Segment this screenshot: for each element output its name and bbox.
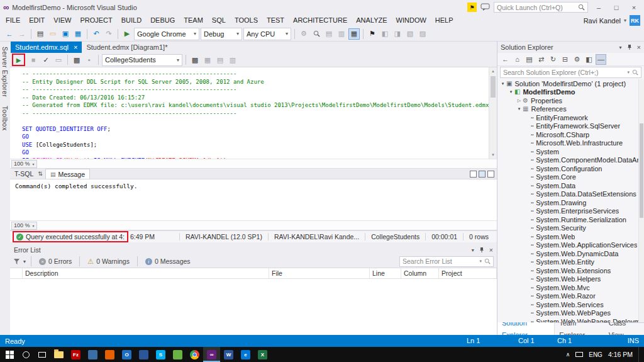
attach-to-process-icon[interactable]: ⚙ [298,28,309,40]
feedback-icon[interactable] [480,3,490,11]
show-desktop-button[interactable] [638,347,641,362]
tree-item-system-web-applicationservices[interactable]: ▪▪System.Web.ApplicationServices [497,241,644,250]
expanded-arrow-icon[interactable]: ▾ [516,106,523,111]
pane-layout-1-icon[interactable] [470,171,477,178]
pane-layout-3-icon[interactable] [487,171,494,178]
save-all-icon[interactable]: ▦ [72,28,84,40]
side-tab-toolbox[interactable]: Toolbox [1,106,9,131]
signed-in-user[interactable]: Ravi Kandel [584,17,621,25]
doc-tab[interactable]: Student.edmx [Diagram1]* [82,42,172,53]
tree-item-entityframework-sqlserver[interactable]: ▪▪EntityFramework.SqlServer [497,122,644,131]
start-button[interactable] [1,347,18,362]
menu-help[interactable]: HELP [431,14,458,26]
preview-selected-icon[interactable]: ◧ [584,54,594,65]
solution-explorer-toggle-icon[interactable]: ▦ [348,28,360,40]
bookmark-icon[interactable]: ⚑ [367,28,378,40]
user-menu-caret-icon[interactable]: ▾ [624,18,626,23]
parse-script-icon[interactable]: ✓ [40,54,52,65]
clock[interactable]: 4:16 PM [608,351,633,358]
taskbar-excel-icon[interactable]: X [254,347,271,362]
zoom-select[interactable]: 100 % ▾ [11,160,37,168]
maximize-button[interactable]: □ [609,2,623,13]
pin-icon[interactable] [626,44,633,50]
database-select[interactable]: CollegeStudents ▾ [102,54,182,66]
tray-expand-icon[interactable]: ∧ [566,351,570,358]
tree-item-system-web-services[interactable]: ▪▪System.Web.Services [497,300,644,309]
scrollbar-thumb[interactable] [491,76,496,98]
menu-sql[interactable]: SQL [208,14,230,26]
language-indicator[interactable]: ENG [589,351,602,358]
tree-item-system-data-datasetextensions[interactable]: ▪▪System.Data.DataSetExtensions [497,190,644,199]
menu-test[interactable]: TEST [262,14,289,26]
error-list-body[interactable] [10,279,497,335]
browser-select[interactable]: Google Chrome ▾ [134,28,199,40]
open-file-icon[interactable]: ▭ [47,28,58,40]
error-list-search-input[interactable]: Search Error List ▾ [399,256,494,267]
touch-keyboard-icon[interactable] [575,352,583,357]
column-header-column[interactable]: Column [401,268,439,278]
tree-item-system-web-mvc[interactable]: ▪▪System.Web.Mvc [497,283,644,292]
doc-tab[interactable]: Student.edmx.sql× [11,42,82,53]
column-header-file[interactable]: File [269,268,370,278]
tree-item-system-componentmodel-dataannotations[interactable]: ▪▪System.ComponentModel.DataAnnotations [497,156,644,165]
show-all-files-icon[interactable]: ▤ [524,54,535,65]
warnings-filter-button[interactable]: ⚠ 0 Warnings [85,257,132,265]
tree-item-system-enterpriseservices[interactable]: ▪▪System.EnterpriseServices [497,207,644,216]
menu-analyze[interactable]: ANALYZE [352,14,391,26]
tree-item-microsoft-web-infrastructure[interactable]: ▪▪Microsoft.Web.Infrastructure [497,139,644,148]
menu-file[interactable]: FILE [1,14,25,26]
collapse-all-icon[interactable]: ⊟ [560,54,570,65]
quick-launch-input[interactable]: Quick Launch (Ctrl+Q) [494,2,588,13]
outdent-icon[interactable]: ◨ [392,28,403,40]
sort-icon[interactable]: ⇅ [38,171,43,177]
connect-database-icon[interactable]: ▩ [71,54,82,65]
results-text-icon[interactable]: ▤ [214,54,226,65]
save-icon[interactable]: ▣ [60,28,71,40]
tree-item-system-web-webpages[interactable]: ▪▪System.Web.WebPages [497,309,644,318]
taskbar-filezilla-icon[interactable]: Fz [67,347,84,362]
window-position-icon[interactable]: ▾ [472,247,474,253]
scrollbar-thumb[interactable] [640,123,643,218]
errors-filter-button[interactable]: × 0 Errors [36,257,74,265]
taskbar-chrome-icon[interactable] [186,347,203,362]
output-window-icon[interactable]: ▤ [323,28,335,40]
pane-layout-2-icon[interactable] [479,171,486,178]
menu-window[interactable]: WINDOW [392,14,431,26]
tree-item-system-security[interactable]: ▪▪System.Security [497,224,644,233]
taskbar-skype-icon[interactable]: S [152,347,169,362]
menu-edit[interactable]: EDIT [25,14,49,26]
expanded-arrow-icon[interactable]: ▾ [508,89,514,94]
tree-item-system-configuration[interactable]: ▪▪System.Configuration [497,164,644,173]
taskbar-edge-icon[interactable]: e [237,347,254,362]
scroll-down-icon[interactable]: ▼ [489,151,497,159]
undo-icon[interactable]: ↶ [91,28,102,40]
expanded-arrow-icon[interactable]: ▾ [499,81,506,86]
toolbar-overflow-icon[interactable]: — [596,54,606,65]
tree-scrollbar[interactable] [638,79,644,322]
scroll-up-icon[interactable]: ▲ [489,67,497,75]
tab-message[interactable]: ▤ Message [45,169,90,179]
menu-view[interactable]: VIEW [49,14,75,26]
back-icon[interactable]: ← [500,54,511,65]
refresh-icon[interactable]: ↻ [548,54,558,65]
comment-icon[interactable]: ▧ [404,28,416,40]
tree-item-system-web-helpers[interactable]: ▪▪System.Web.Helpers [497,275,644,284]
query-options-icon[interactable]: ▥ [227,54,238,65]
editor-scrollbar[interactable]: ▲ ▼ [489,67,497,159]
tree-item-system-drawing[interactable]: ▪▪System.Drawing [497,198,644,207]
solution-configuration-select[interactable]: Debug ▾ [201,28,242,40]
taskbar-firefox-icon[interactable] [101,347,118,362]
tree-item-references[interactable]: ▾▦References [497,105,644,114]
execute-query-button[interactable]: ▶ [13,55,24,65]
search-button[interactable] [18,347,34,362]
tree-item-entityframework[interactable]: ▪▪EntityFramework [497,113,644,122]
menu-tools[interactable]: TOOLS [230,14,262,26]
taskbar-paint-icon[interactable] [84,347,101,362]
tree-item-system-data[interactable]: ▪▪System.Data [497,181,644,190]
tree-item-system-web-extensions[interactable]: ▪▪System.Web.Extensions [497,266,644,275]
notifications-icon[interactable]: ⚑ [467,3,477,12]
pin-icon[interactable] [479,247,485,253]
close-button[interactable]: × [627,2,641,13]
minimize-button[interactable]: – [592,2,606,13]
tree-item-system[interactable]: ▪▪System [497,147,644,156]
